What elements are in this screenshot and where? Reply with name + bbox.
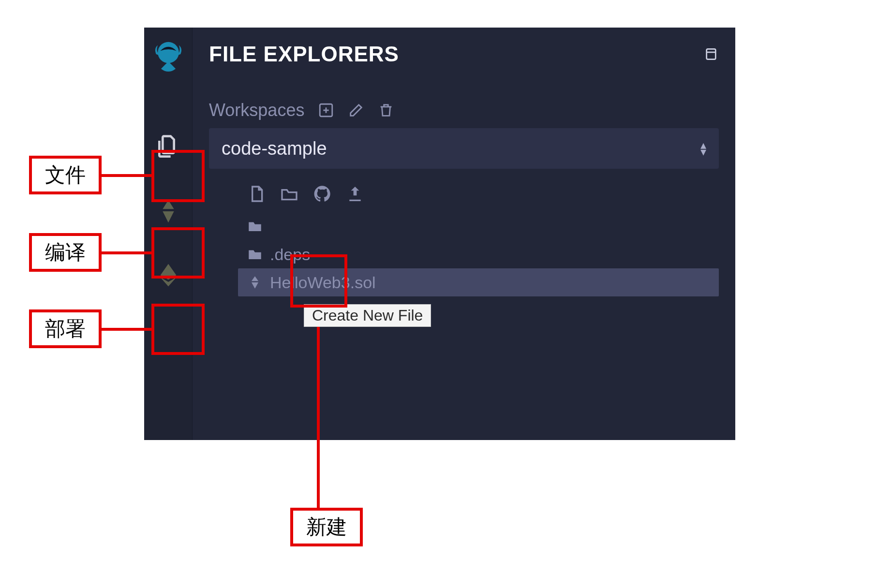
annotation-highlight-deploy-nav [151, 304, 205, 355]
annotation-label-new: 新建 [290, 508, 363, 546]
annotation-highlight-compile-nav [151, 227, 205, 279]
ide-window: FILE EXPLORERS Workspaces [144, 28, 735, 440]
upload-button[interactable] [343, 182, 367, 206]
file-tree: contracts .deps HelloWeb3.sol [209, 212, 719, 296]
file-explorer-panel: FILE EXPLORERS Workspaces [193, 28, 735, 440]
svg-rect-1 [707, 49, 716, 59]
annotation-highlight-new-file [290, 254, 347, 308]
annotation-connector [102, 251, 151, 254]
annotation-connector [102, 328, 151, 331]
folder-icon [247, 246, 263, 263]
workspace-delete-button[interactable] [378, 102, 394, 118]
new-file-button[interactable] [245, 182, 268, 206]
annotation-connector [102, 174, 151, 177]
tree-folder-contracts[interactable]: contracts [242, 212, 719, 240]
panel-header: FILE EXPLORERS [209, 42, 719, 66]
workspace-add-button[interactable] [318, 102, 334, 118]
folder-icon [247, 218, 263, 235]
workspace-selected-value: code-sample [222, 138, 327, 159]
solidity-file-icon [247, 274, 263, 291]
app-logo [148, 36, 189, 77]
select-caret-icon: ▴▾ [700, 142, 706, 156]
workspaces-label: Workspaces [209, 100, 304, 120]
annotation-label-file: 文件 [29, 156, 102, 194]
workspace-rename-button[interactable] [348, 102, 364, 118]
workspace-select[interactable]: code-sample ▴▾ [209, 128, 719, 169]
github-button[interactable] [311, 182, 334, 206]
file-toolbar [209, 182, 719, 206]
svg-point-0 [158, 42, 179, 63]
new-folder-button[interactable] [278, 182, 301, 206]
annotation-connector [317, 308, 320, 508]
workspaces-row: Workspaces [209, 100, 719, 120]
annotation-label-compile: 编译 [29, 233, 102, 272]
annotation-highlight-file-nav [151, 150, 205, 202]
tooltip-create-new-file: Create New File [304, 304, 431, 327]
book-icon[interactable] [703, 46, 719, 62]
panel-title: FILE EXPLORERS [209, 42, 399, 66]
annotation-label-deploy: 部署 [29, 309, 102, 348]
